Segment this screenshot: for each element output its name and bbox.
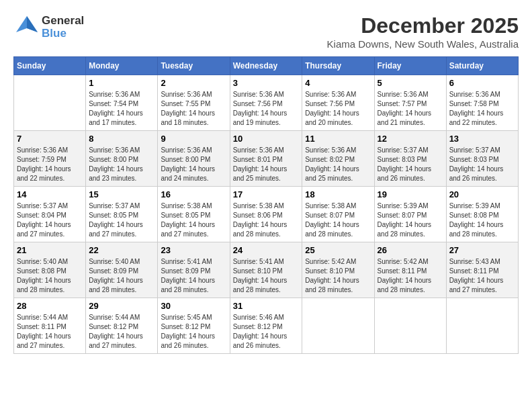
day-info: Sunrise: 5:39 AM Sunset: 8:08 PM Dayligh… (449, 201, 515, 239)
day-number: 27 (449, 245, 515, 255)
calendar-week-row: 28Sunrise: 5:44 AM Sunset: 8:11 PM Dayli… (14, 298, 519, 354)
day-number: 2 (161, 78, 226, 88)
calendar-cell: 27Sunrise: 5:43 AM Sunset: 8:11 PM Dayli… (446, 242, 518, 298)
day-number: 5 (378, 78, 443, 88)
day-number: 4 (305, 78, 371, 88)
day-info: Sunrise: 5:36 AM Sunset: 7:56 PM Dayligh… (233, 90, 300, 128)
day-info: Sunrise: 5:43 AM Sunset: 8:11 PM Dayligh… (449, 257, 515, 295)
calendar-cell: 30Sunrise: 5:45 AM Sunset: 8:12 PM Dayli… (158, 298, 230, 354)
day-number: 15 (89, 189, 154, 199)
day-info: Sunrise: 5:41 AM Sunset: 8:09 PM Dayligh… (161, 257, 226, 295)
day-number: 13 (449, 134, 515, 144)
day-number: 18 (305, 189, 371, 199)
calendar-title: December 2025 (327, 13, 519, 38)
day-info: Sunrise: 5:40 AM Sunset: 8:08 PM Dayligh… (17, 257, 83, 295)
day-number: 17 (233, 189, 300, 199)
day-number: 11 (305, 134, 371, 144)
calendar-cell: 22Sunrise: 5:40 AM Sunset: 8:09 PM Dayli… (86, 242, 158, 298)
day-number: 22 (89, 245, 154, 255)
calendar-cell: 2Sunrise: 5:36 AM Sunset: 7:55 PM Daylig… (158, 75, 230, 131)
calendar-cell: 12Sunrise: 5:37 AM Sunset: 8:03 PM Dayli… (374, 131, 446, 187)
calendar-week-row: 7Sunrise: 5:36 AM Sunset: 7:59 PM Daylig… (14, 131, 519, 187)
calendar-cell: 15Sunrise: 5:37 AM Sunset: 8:05 PM Dayli… (86, 187, 158, 242)
calendar-cell: 26Sunrise: 5:42 AM Sunset: 8:11 PM Dayli… (374, 242, 446, 298)
title-area: December 2025 Kiama Downs, New South Wal… (327, 13, 519, 50)
calendar-cell: 18Sunrise: 5:38 AM Sunset: 8:07 PM Dayli… (302, 187, 374, 242)
day-info: Sunrise: 5:36 AM Sunset: 8:00 PM Dayligh… (89, 146, 154, 183)
day-info: Sunrise: 5:36 AM Sunset: 7:56 PM Dayligh… (305, 90, 371, 128)
header: General Blue December 2025 Kiama Downs, … (13, 13, 519, 50)
weekday-header-monday: Monday (86, 57, 158, 75)
calendar-body: 1Sunrise: 5:36 AM Sunset: 7:54 PM Daylig… (14, 75, 519, 354)
calendar-cell: 17Sunrise: 5:38 AM Sunset: 8:06 PM Dayli… (230, 187, 302, 242)
day-number: 12 (378, 134, 443, 144)
day-info: Sunrise: 5:40 AM Sunset: 8:09 PM Dayligh… (89, 257, 154, 295)
day-number: 16 (161, 189, 226, 199)
day-info: Sunrise: 5:36 AM Sunset: 8:01 PM Dayligh… (233, 146, 300, 183)
day-number: 14 (17, 189, 83, 199)
calendar-cell: 25Sunrise: 5:42 AM Sunset: 8:10 PM Dayli… (302, 242, 374, 298)
logo-blue: Blue (42, 28, 84, 40)
weekday-header-friday: Friday (374, 57, 446, 75)
calendar-cell (446, 298, 518, 354)
day-number: 23 (161, 245, 226, 255)
day-number: 9 (161, 134, 226, 144)
day-number: 19 (378, 189, 443, 199)
day-info: Sunrise: 5:46 AM Sunset: 8:12 PM Dayligh… (233, 313, 300, 351)
day-number: 6 (449, 78, 515, 88)
day-info: Sunrise: 5:42 AM Sunset: 8:10 PM Dayligh… (305, 257, 371, 295)
calendar-cell: 16Sunrise: 5:38 AM Sunset: 8:05 PM Dayli… (158, 187, 230, 242)
weekday-header-saturday: Saturday (446, 57, 518, 75)
day-number: 30 (161, 301, 226, 311)
day-number: 28 (17, 301, 83, 311)
day-number: 21 (17, 245, 83, 255)
day-info: Sunrise: 5:36 AM Sunset: 8:00 PM Dayligh… (161, 146, 226, 183)
calendar-cell: 23Sunrise: 5:41 AM Sunset: 8:09 PM Dayli… (158, 242, 230, 298)
day-info: Sunrise: 5:36 AM Sunset: 7:55 PM Dayligh… (161, 90, 226, 128)
weekday-header-tuesday: Tuesday (158, 57, 230, 75)
calendar-cell: 28Sunrise: 5:44 AM Sunset: 8:11 PM Dayli… (14, 298, 86, 354)
calendar-cell: 31Sunrise: 5:46 AM Sunset: 8:12 PM Dayli… (230, 298, 302, 354)
calendar-cell: 7Sunrise: 5:36 AM Sunset: 7:59 PM Daylig… (14, 131, 86, 187)
day-info: Sunrise: 5:36 AM Sunset: 7:59 PM Dayligh… (17, 146, 83, 183)
day-info: Sunrise: 5:37 AM Sunset: 8:05 PM Dayligh… (89, 201, 154, 239)
logo-icon (13, 13, 39, 39)
day-number: 29 (89, 301, 154, 311)
calendar-week-row: 1Sunrise: 5:36 AM Sunset: 7:54 PM Daylig… (14, 75, 519, 131)
day-number: 31 (233, 301, 300, 311)
calendar-table: SundayMondayTuesdayWednesdayThursdayFrid… (13, 56, 519, 354)
calendar-cell: 24Sunrise: 5:41 AM Sunset: 8:10 PM Dayli… (230, 242, 302, 298)
day-info: Sunrise: 5:36 AM Sunset: 7:57 PM Dayligh… (378, 90, 443, 128)
calendar-cell: 20Sunrise: 5:39 AM Sunset: 8:08 PM Dayli… (446, 187, 518, 242)
calendar-cell: 3Sunrise: 5:36 AM Sunset: 7:56 PM Daylig… (230, 75, 302, 131)
weekday-header-wednesday: Wednesday (230, 57, 302, 75)
day-number: 10 (233, 134, 300, 144)
weekday-header-row: SundayMondayTuesdayWednesdayThursdayFrid… (14, 57, 519, 75)
day-info: Sunrise: 5:42 AM Sunset: 8:11 PM Dayligh… (378, 257, 443, 295)
calendar-week-row: 21Sunrise: 5:40 AM Sunset: 8:08 PM Dayli… (14, 242, 519, 298)
day-info: Sunrise: 5:38 AM Sunset: 8:06 PM Dayligh… (233, 201, 300, 239)
calendar-cell: 6Sunrise: 5:36 AM Sunset: 7:58 PM Daylig… (446, 75, 518, 131)
calendar-cell (374, 298, 446, 354)
calendar-cell (302, 298, 374, 354)
day-info: Sunrise: 5:36 AM Sunset: 7:54 PM Dayligh… (89, 90, 154, 128)
calendar-cell: 8Sunrise: 5:36 AM Sunset: 8:00 PM Daylig… (86, 131, 158, 187)
calendar-week-row: 14Sunrise: 5:37 AM Sunset: 8:04 PM Dayli… (14, 187, 519, 242)
calendar-cell: 29Sunrise: 5:44 AM Sunset: 8:12 PM Dayli… (86, 298, 158, 354)
weekday-header-thursday: Thursday (302, 57, 374, 75)
day-info: Sunrise: 5:44 AM Sunset: 8:11 PM Dayligh… (17, 313, 83, 351)
calendar-cell (14, 75, 86, 131)
calendar-cell: 10Sunrise: 5:36 AM Sunset: 8:01 PM Dayli… (230, 131, 302, 187)
day-info: Sunrise: 5:37 AM Sunset: 8:03 PM Dayligh… (449, 146, 515, 183)
day-number: 25 (305, 245, 371, 255)
calendar-cell: 9Sunrise: 5:36 AM Sunset: 8:00 PM Daylig… (158, 131, 230, 187)
day-info: Sunrise: 5:38 AM Sunset: 8:07 PM Dayligh… (305, 201, 371, 239)
day-number: 26 (378, 245, 443, 255)
calendar-cell: 1Sunrise: 5:36 AM Sunset: 7:54 PM Daylig… (86, 75, 158, 131)
day-info: Sunrise: 5:37 AM Sunset: 8:03 PM Dayligh… (378, 146, 443, 183)
day-info: Sunrise: 5:36 AM Sunset: 8:02 PM Dayligh… (305, 146, 371, 183)
calendar-cell: 19Sunrise: 5:39 AM Sunset: 8:07 PM Dayli… (374, 187, 446, 242)
weekday-header-sunday: Sunday (14, 57, 86, 75)
day-info: Sunrise: 5:36 AM Sunset: 7:58 PM Dayligh… (449, 90, 515, 128)
calendar-header: SundayMondayTuesdayWednesdayThursdayFrid… (14, 57, 519, 75)
